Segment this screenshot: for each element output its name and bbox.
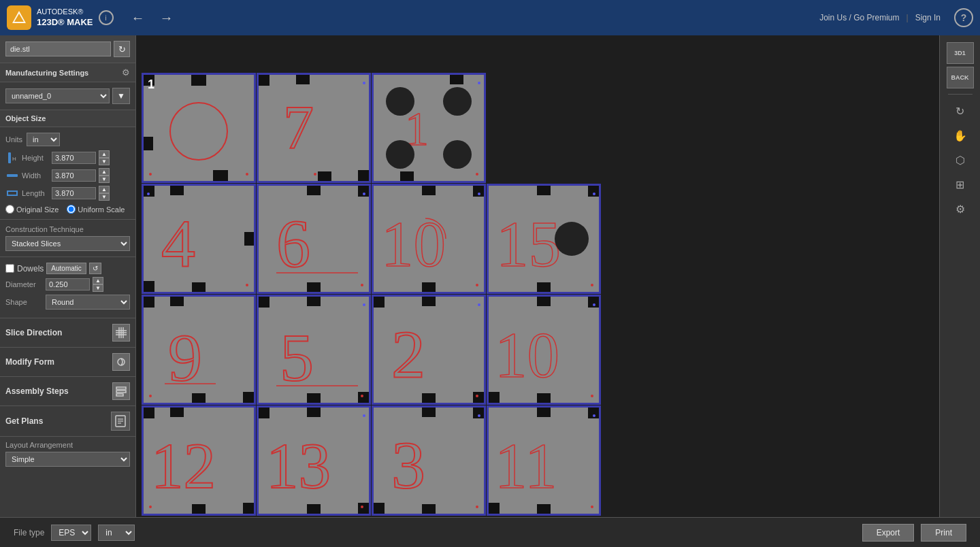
profile-dropdown-button[interactable]: ▼: [112, 88, 130, 104]
svg-point-20: [170, 103, 227, 160]
diameter-input[interactable]: [46, 278, 90, 291]
width-label: Width: [22, 171, 49, 180]
slice-direction-row[interactable]: Slice Direction: [0, 318, 135, 347]
svg-rect-4: [7, 174, 18, 177]
svg-text:H: H: [12, 156, 16, 162]
length-label: Length: [22, 189, 49, 197]
join-link[interactable]: Join Us / Go Premium: [819, 13, 899, 22]
file-type-select[interactable]: EPSPDFDXF: [51, 525, 91, 541]
main-area: die.stl ↻ Manufacturing Settings ⚙ unnam…: [0, 35, 980, 517]
right-panel: 3D1 BACK ↻ ✋ ⬡ ⊞ ⚙: [939, 35, 980, 517]
dowels-section: Dowels Automatic ↺ Diameter ▲ ▼ Shape Ro…: [0, 256, 135, 318]
svg-text:7: 7: [283, 94, 314, 161]
settings-gear-button[interactable]: ⚙: [122, 67, 130, 78]
profile-select[interactable]: unnamed_0: [5, 88, 110, 103]
info-icon[interactable]: i: [99, 10, 114, 25]
signin-link[interactable]: Sign In: [915, 13, 941, 22]
svg-rect-2: [8, 152, 11, 163]
export-button[interactable]: Export: [862, 524, 915, 542]
height-spinner: ▲ ▼: [99, 150, 110, 165]
logo-area: AUTODESK® 123D® MAKE i: [7, 5, 114, 30]
height-input[interactable]: [52, 152, 96, 164]
print-button[interactable]: Print: [921, 524, 966, 542]
undo-button[interactable]: ←: [127, 7, 149, 29]
modify-form-button[interactable]: [112, 353, 130, 371]
fit-tool-button[interactable]: ⊞: [948, 173, 973, 195]
slice-7-outline: 7: [263, 80, 365, 176]
help-button[interactable]: ?: [954, 8, 973, 27]
length-down-button[interactable]: ▼: [99, 193, 110, 201]
svg-rect-5: [7, 191, 17, 195]
dowels-checkbox[interactable]: [5, 264, 14, 273]
width-down-button[interactable]: ▼: [99, 176, 110, 183]
length-spinner: ▲ ▼: [99, 186, 110, 201]
object-size-header: Object Size: [0, 110, 135, 127]
slice-cell-3: 3: [372, 405, 486, 516]
slice-cell-2: 2: [372, 295, 486, 405]
modify-form-row[interactable]: Modify Form: [0, 347, 135, 376]
manufacturing-settings-header: Manufacturing Settings ⚙: [0, 63, 135, 82]
dowels-auto-button[interactable]: Automatic: [46, 263, 86, 274]
slice-cell-5: 5: [257, 295, 371, 405]
zoom-tool-button[interactable]: ⬡: [948, 149, 973, 171]
assembly-steps-button[interactable]: [112, 382, 130, 400]
original-size-radio[interactable]: [5, 205, 14, 214]
refresh-button[interactable]: ↻: [114, 41, 130, 57]
slice-5-outline: 5: [263, 299, 365, 401]
shape-row: Shape RoundSquare: [5, 295, 130, 310]
length-up-button[interactable]: ▲: [99, 186, 110, 193]
width-input[interactable]: [52, 169, 96, 182]
assembly-icon: [116, 386, 127, 397]
layout-select[interactable]: SimpleTiledMax Sheet: [5, 452, 130, 467]
right-separator: [948, 94, 973, 95]
app-name: AUTODESK® 123D® MAKE: [37, 7, 93, 28]
svg-point-12: [118, 359, 125, 365]
svg-text:13: 13: [266, 430, 331, 502]
3d-label: 3D1: [954, 50, 966, 56]
slice-direction-button[interactable]: [112, 324, 130, 342]
units-select[interactable]: incmmm: [27, 133, 60, 146]
hand-tool-button[interactable]: ✋: [948, 125, 973, 146]
slice-cell-10b: 10: [487, 295, 601, 405]
height-down-button[interactable]: ▼: [99, 158, 110, 165]
svg-text:5: 5: [280, 320, 314, 395]
diameter-down-button[interactable]: ▼: [93, 284, 103, 292]
uniform-scale-radio[interactable]: [67, 205, 76, 214]
length-input[interactable]: [52, 187, 96, 199]
slice-13-outline: 13: [263, 410, 365, 512]
slice-cell-face1: 1: [372, 73, 486, 183]
dowels-label: Dowels: [17, 264, 44, 274]
layout-arrangement-section: Layout Arrangement SimpleTiledMax Sheet: [0, 436, 135, 471]
slice-10b-outline: 10: [491, 299, 597, 401]
diameter-spinner: ▲ ▼: [93, 277, 103, 292]
width-spinner: ▲ ▼: [99, 168, 110, 183]
sidebar: die.stl ↻ Manufacturing Settings ⚙ unnam…: [0, 35, 136, 517]
canvas-area: 1 7: [136, 35, 939, 517]
3d-view-button[interactable]: 3D1: [947, 42, 974, 64]
slice-cell-11: 11: [487, 405, 601, 516]
units-label: Units: [5, 135, 22, 144]
modify-icon: [116, 357, 127, 367]
redo-button[interactable]: →: [156, 7, 178, 29]
length-icon: [5, 186, 19, 200]
height-up-button[interactable]: ▲: [99, 150, 110, 158]
file-button[interactable]: die.stl: [5, 42, 111, 56]
unit-select-bottom[interactable]: incmmm: [98, 525, 135, 541]
dowels-row: Dowels Automatic ↺: [5, 263, 130, 274]
shape-label: Shape: [5, 298, 43, 306]
height-label: Height: [22, 154, 49, 162]
get-plans-button[interactable]: [111, 412, 130, 431]
length-row: Length ▲ ▼: [5, 186, 130, 201]
construction-technique-select[interactable]: Stacked Slices Interlocked Slices Curve …: [5, 236, 130, 251]
back-button[interactable]: BACK: [947, 67, 974, 88]
back-label: BACK: [951, 74, 969, 81]
assembly-steps-row[interactable]: Assembly Steps: [0, 376, 135, 405]
width-up-button[interactable]: ▲: [99, 168, 110, 176]
slice-11-outline: 11: [491, 410, 597, 512]
rotate-tool-button[interactable]: ↻: [948, 100, 973, 122]
svg-rect-15: [116, 394, 123, 396]
shape-select[interactable]: RoundSquare: [46, 295, 130, 310]
diameter-up-button[interactable]: ▲: [93, 277, 103, 284]
settings-tool-button[interactable]: ⚙: [948, 198, 973, 220]
dowels-reset-button[interactable]: ↺: [89, 263, 101, 274]
